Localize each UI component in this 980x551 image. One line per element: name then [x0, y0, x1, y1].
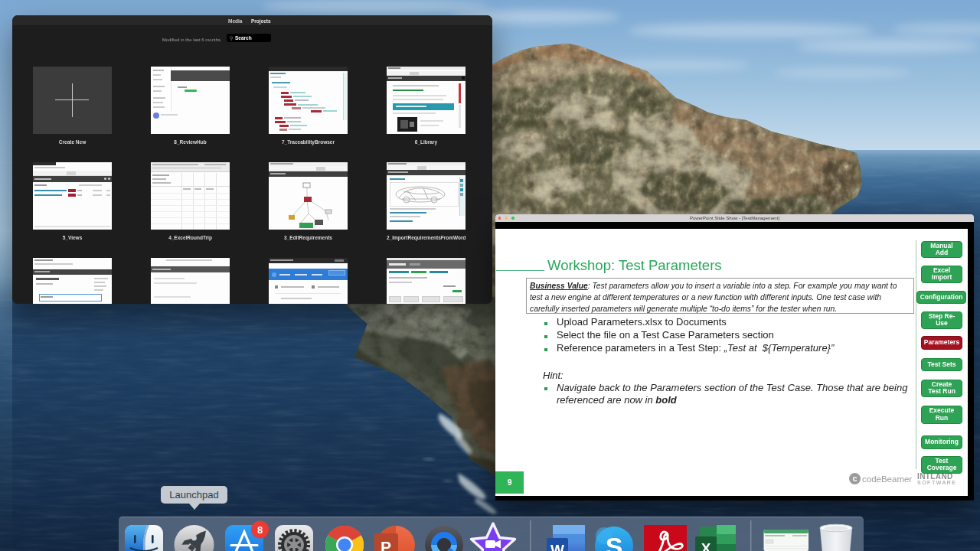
- svg-text:W: W: [550, 542, 564, 551]
- svg-text:8: 8: [257, 524, 263, 536]
- svg-text:S: S: [606, 532, 623, 551]
- svg-text:P: P: [381, 538, 391, 551]
- svg-text:X: X: [701, 540, 711, 551]
